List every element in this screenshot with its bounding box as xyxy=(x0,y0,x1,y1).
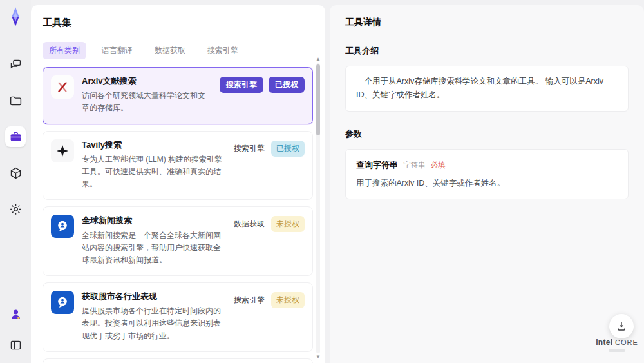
toolbox-icon[interactable] xyxy=(5,126,26,147)
folder-icon[interactable] xyxy=(5,90,26,111)
cube-icon[interactable] xyxy=(5,162,26,183)
tool-list-item[interactable]: 获取股市各行业表现 提供股票市场各个行业在特定时间段内的表现。投资者可以利用这些… xyxy=(43,282,313,352)
tool-name: 获取股市各行业表现 xyxy=(82,291,229,302)
sparkle-star-icon xyxy=(55,143,70,159)
blue-bubble-icon xyxy=(55,295,70,310)
page-title: 工具集 xyxy=(43,17,325,29)
intro-heading: 工具介绍 xyxy=(345,45,629,57)
details-title: 工具详情 xyxy=(345,17,629,28)
tool-category-tag: 搜索引擎 xyxy=(232,141,266,157)
parameter-required-label: 必填 xyxy=(431,159,446,172)
parameter-name: 查询字符串 xyxy=(356,158,398,172)
tool-list-item[interactable]: 全球新闻搜索 全球新闻搜索是一个聚合全球各大新闻网站内容的搜索引擎，帮助用户快速… xyxy=(43,206,313,276)
scrollbar-thumb[interactable] xyxy=(316,64,320,135)
blue-bubble-icon xyxy=(51,215,74,238)
tool-auth-badge: 未授权 xyxy=(271,292,305,308)
app-logo-icon[interactable] xyxy=(5,6,26,27)
user-avatar-icon[interactable] xyxy=(5,304,26,324)
tool-category-tag: 数据获取 xyxy=(232,216,266,232)
tool-name: Arxiv文献搜索 xyxy=(82,75,216,87)
sparkle-star-icon xyxy=(51,139,74,162)
tool-list: Arxiv文献搜索 访问各个研究领域大量科学论文和文章的存储库。 搜索引擎 已授… xyxy=(43,67,313,363)
params-heading: 参数 xyxy=(345,128,629,140)
parameter-type: 字符串 xyxy=(403,159,426,172)
category-tab-搜索引擎[interactable]: 搜索引擎 xyxy=(201,42,245,59)
tool-details-panel: 工具详情 工具介绍 一个用于从Arxiv存储库搜索科学论文和文章的工具。 输入可… xyxy=(330,5,644,363)
arxiv-logo-icon xyxy=(55,79,70,95)
parameter-row: 查询字符串 字符串 必填 用于搜索的Arxiv ID、关键字或作者姓名。 xyxy=(356,158,618,190)
tool-description: 专为人工智能代理 (LLM) 构建的搜索引擎工具。可快速提供实时、准确和真实的结… xyxy=(82,153,229,191)
blue-bubble-icon xyxy=(55,219,70,234)
tool-name: Tavily搜索 xyxy=(82,139,229,151)
settings-gear-icon[interactable] xyxy=(5,199,26,219)
tool-list-item[interactable]: Tavily搜索 专为人工智能代理 (LLM) 构建的搜索引擎工具。可快速提供实… xyxy=(43,131,313,201)
scroll-down-icon[interactable]: ▼ xyxy=(315,355,321,360)
intel-wordmark: intel xyxy=(596,338,612,347)
download-button[interactable] xyxy=(609,314,634,338)
tool-list-item[interactable]: 获取市场最活跃股票信息 提供当天交易量最高的股票列表，投资者可以利用这些信息来识… xyxy=(43,358,313,363)
category-tab-所有类别[interactable]: 所有类别 xyxy=(43,42,86,59)
toolset-panel: 工具集 所有类别 语言翻译 数据获取 搜索引擎 Arxiv文献搜索 访问各个研究… xyxy=(31,5,325,363)
tool-auth-badge: 未授权 xyxy=(271,216,305,232)
intro-text: 一个用于从Arxiv存储库搜索科学论文和文章的工具。 输入可以是Arxiv ID… xyxy=(345,66,629,112)
tool-category-tag: 搜索引擎 xyxy=(232,292,266,308)
param-card: 查询字符串 字符串 必填 用于搜索的Arxiv ID、关键字或作者姓名。 xyxy=(345,149,629,199)
tool-name: 全球新闻搜索 xyxy=(82,215,229,226)
core-wordmark: CORE xyxy=(615,338,638,346)
intel-sub-badge xyxy=(609,349,625,352)
tool-description: 全球新闻搜索是一个聚合全球各大新闻网站内容的搜索引擎，帮助用户快速获取全球最新资… xyxy=(82,230,229,267)
tool-auth-badge: 已授权 xyxy=(269,77,305,93)
arxiv-logo-icon xyxy=(51,75,74,99)
blue-bubble-icon xyxy=(51,291,74,314)
parameter-description: 用于搜索的Arxiv ID、关键字或作者姓名。 xyxy=(356,177,618,190)
tool-description: 访问各个研究领域大量科学论文和文章的存储库。 xyxy=(82,90,216,114)
category-tab-语言翻译[interactable]: 语言翻译 xyxy=(95,42,139,59)
chat-icon[interactable] xyxy=(5,54,26,75)
tool-description: 提供股票市场各个行业在特定时间段内的表现。投资者可以利用这些信息来识别表现优于或… xyxy=(82,305,229,342)
tool-list-item[interactable]: Arxiv文献搜索 访问各个研究领域大量科学论文和文章的存储库。 搜索引擎 已授… xyxy=(43,67,313,124)
scroll-up-icon[interactable]: ▲ xyxy=(315,57,321,62)
download-icon xyxy=(616,320,627,332)
intel-core-logo: intel CORE xyxy=(594,338,640,352)
tool-category-tag: 搜索引擎 xyxy=(220,77,263,93)
app-rail xyxy=(0,0,31,363)
tool-auth-badge: 已授权 xyxy=(271,141,305,157)
category-tab-数据获取[interactable]: 数据获取 xyxy=(148,42,192,59)
scrollbar[interactable]: ▲ ▼ xyxy=(315,57,321,360)
category-tabs: 所有类别 语言翻译 数据获取 搜索引擎 xyxy=(43,42,325,59)
collapse-panel-icon[interactable] xyxy=(5,335,26,355)
